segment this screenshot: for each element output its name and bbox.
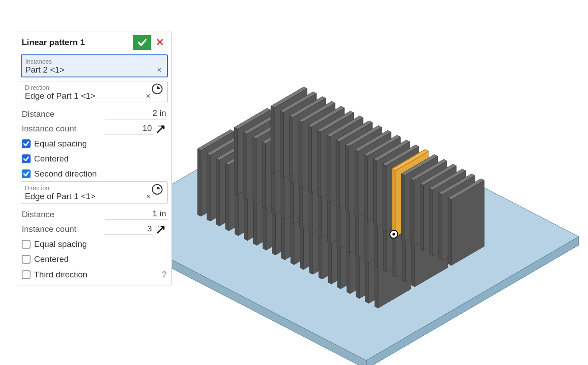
fin-face[interactable]: [402, 174, 405, 242]
fin-face[interactable]: [290, 116, 293, 184]
fin-face[interactable]: [429, 188, 433, 256]
fin-face[interactable]: [355, 150, 358, 217]
third-direction-label: Third direction: [34, 270, 87, 280]
direction2-label: Direction: [25, 184, 152, 192]
fin-face[interactable]: [299, 120, 302, 188]
accept-button[interactable]: [133, 35, 151, 50]
drag-manipulator[interactable]: [390, 230, 398, 238]
distance1-row: Distance: [17, 107, 171, 121]
fin-face[interactable]: [216, 158, 220, 226]
fin-face[interactable]: [317, 130, 321, 198]
help-icon[interactable]: ?: [162, 269, 167, 280]
count1-input[interactable]: [104, 123, 153, 134]
distance2-label: Distance: [22, 210, 54, 219]
third-direction-checkbox[interactable]: [22, 270, 31, 279]
second-direction-checkbox[interactable]: [22, 169, 31, 178]
panel-title: Linear pattern 1: [22, 38, 85, 47]
clear-direction2-button[interactable]: ×: [144, 192, 152, 201]
fin-face[interactable]: [207, 154, 210, 221]
equal-spacing2-label: Equal spacing: [34, 239, 87, 249]
second-direction-row: Second direction: [17, 166, 171, 181]
cancel-button[interactable]: ✕: [154, 36, 166, 49]
centered2-checkbox[interactable]: [22, 255, 31, 264]
fin-face[interactable]: [327, 135, 330, 203]
fin-face[interactable]: [439, 193, 442, 261]
fin-face[interactable]: [280, 111, 284, 179]
flip-direction2-button[interactable]: [155, 223, 167, 235]
count2-input[interactable]: [104, 224, 153, 235]
fin-face[interactable]: [392, 169, 396, 237]
mate-connector-button-2[interactable]: [152, 184, 162, 195]
equal-spacing2-checkbox[interactable]: [22, 240, 31, 249]
fin-face[interactable]: [411, 179, 414, 246]
centered1-row: Centered: [17, 151, 171, 166]
linear-pattern-panel: Linear pattern 1 ✕ Instances Part 2 <1> …: [17, 31, 172, 285]
mate-connector-button-1[interactable]: [152, 84, 162, 94]
fin-face[interactable]: [364, 154, 368, 222]
fin-face[interactable]: [253, 137, 256, 205]
clear-instances-button[interactable]: ×: [155, 65, 163, 75]
count2-row: Instance count: [17, 222, 171, 237]
model-scene: [103, 87, 579, 365]
fin-face[interactable]: [373, 159, 377, 227]
count2-label: Instance count: [22, 224, 77, 234]
direction2-selection[interactable]: Direction Edge of Part 1 <1> ×: [21, 181, 168, 204]
distance2-row: Distance: [17, 207, 171, 222]
direction2-value: Edge of Part 1 <1>: [25, 192, 96, 201]
fin-face[interactable]: [336, 140, 340, 207]
direction1-selection[interactable]: Direction Edge of Part 1 <1> ×: [21, 81, 168, 103]
fin-face[interactable]: [262, 142, 266, 210]
instances-label: Instances: [25, 58, 163, 65]
fin-face[interactable]: [244, 132, 247, 200]
direction1-value: Edge of Part 1 <1>: [25, 91, 96, 101]
flip-direction1-button[interactable]: [155, 123, 167, 134]
second-direction-label: Second direction: [34, 169, 97, 179]
fin-face[interactable]: [345, 145, 349, 212]
equal-spacing1-checkbox[interactable]: [22, 139, 31, 148]
centered1-label: Centered: [34, 154, 69, 164]
clear-direction1-button[interactable]: ×: [144, 92, 152, 101]
equal-spacing1-label: Equal spacing: [34, 139, 87, 149]
equal-spacing2-row: Equal spacing: [17, 237, 171, 252]
fin-face[interactable]: [383, 164, 386, 232]
count1-row: Instance count: [17, 121, 171, 136]
svg-point-2: [392, 233, 395, 235]
direction1-label: Direction: [25, 84, 152, 91]
fin-face[interactable]: [308, 125, 312, 193]
instances-value: Part 2 <1>: [25, 65, 65, 75]
panel-header: Linear pattern 1 ✕: [17, 31, 171, 54]
fin-face[interactable]: [197, 149, 201, 216]
fin-face[interactable]: [271, 106, 275, 174]
instances-selection[interactable]: Instances Part 2 <1> ×: [21, 54, 168, 77]
distance1-label: Distance: [22, 109, 54, 119]
fin-face[interactable]: [420, 183, 424, 251]
fin-face[interactable]: [234, 127, 238, 195]
equal-spacing1-row: Equal spacing: [17, 136, 171, 151]
distance2-input[interactable]: [105, 209, 167, 220]
centered2-label: Centered: [34, 254, 69, 264]
count1-label: Instance count: [22, 124, 77, 134]
third-direction-row: Third direction ?: [17, 267, 171, 282]
distance1-input[interactable]: [105, 108, 167, 119]
fin-face[interactable]: [225, 163, 229, 231]
centered2-row: Centered: [17, 252, 171, 267]
fin-face[interactable]: [448, 198, 452, 265]
centered1-checkbox[interactable]: [22, 154, 31, 163]
